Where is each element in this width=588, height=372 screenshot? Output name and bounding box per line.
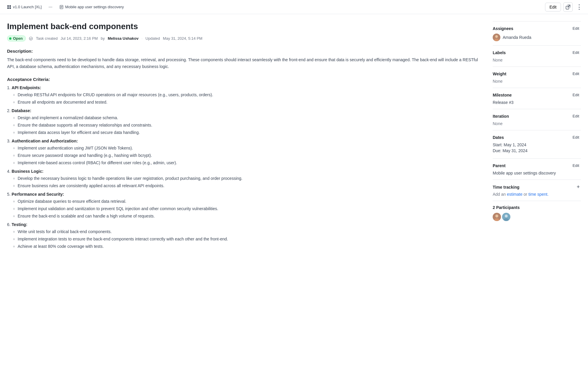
list-item: Develop the necessary business logic to … <box>13 175 483 182</box>
criteria-heading: Acceptance Criteria: <box>7 77 483 82</box>
svg-rect-0 <box>7 5 9 7</box>
iteration-label: Iteration <box>493 114 509 119</box>
meta-bar: Open Task created Jul 14, 2023, 2:16 PM … <box>7 35 483 41</box>
iteration-value: None <box>493 121 502 126</box>
criteria-list: 1. API Endpoints: Develop RESTful API en… <box>7 85 483 250</box>
parent-section: Parent Edit Mobile app user settings dis… <box>493 158 581 180</box>
weight-header: Weight Edit <box>493 71 581 77</box>
due-date: Due: May 31, 2024 <box>493 148 581 153</box>
iteration-section: Iteration Edit None <box>493 109 581 130</box>
assignee-row: Amanda Rueda <box>493 34 581 41</box>
meta-updated-prefix: Updated <box>146 36 160 41</box>
assignees-edit-button[interactable]: Edit <box>571 26 581 31</box>
meta-updated: May 31, 2024, 5:14 PM <box>163 36 202 41</box>
participants-heading: 2 Participants <box>493 205 581 210</box>
breadcrumb-more-button[interactable]: ··· <box>46 3 55 11</box>
list-item: Ensure the database supports all necessa… <box>13 122 483 128</box>
weight-edit-button[interactable]: Edit <box>571 71 581 77</box>
assignees-header: Assignees Edit <box>493 26 581 31</box>
time-tracking-header: Time tracking + <box>493 184 581 190</box>
list-item: Implement input validation and sanitizat… <box>13 206 483 212</box>
labels-value: None <box>493 58 502 62</box>
list-item: Ensure the back-end is scalable and can … <box>13 213 483 219</box>
status-dot <box>9 37 11 40</box>
time-spent-link[interactable]: time spent. <box>528 192 548 197</box>
list-item: Ensure all endpoints are documented and … <box>13 99 483 105</box>
board-icon <box>7 5 11 9</box>
estimate-link[interactable]: estimate <box>507 192 522 197</box>
breadcrumb-container: v1.0 Launch [XL] ··· Mobile app user set… <box>5 3 126 11</box>
criteria-sub-list-1: Develop RESTful API endpoints for CRUD o… <box>7 92 483 105</box>
criteria-sub-list-2: Design and implement a normalized databa… <box>7 115 483 136</box>
svg-rect-2 <box>7 7 9 9</box>
avatar <box>493 34 500 41</box>
criteria-sub-list-6: Write unit tests for all critical back-e… <box>7 229 483 250</box>
milestone-header: Milestone Edit <box>493 92 581 98</box>
assignees-label: Assignees <box>493 26 513 31</box>
criteria-item-3: 3. Authentication and Authorization: Imp… <box>7 139 483 166</box>
start-date: Start: May 1, 2024 <box>493 142 581 147</box>
weight-value: None <box>493 79 502 84</box>
labels-label: Labels <box>493 50 506 55</box>
more-options-button[interactable]: ⋮ <box>575 3 583 11</box>
list-item: Implement role-based access control (RBA… <box>13 160 483 166</box>
content-area: Implement back-end components Open Task … <box>7 21 483 253</box>
list-item: Develop RESTful API endpoints for CRUD o… <box>13 92 483 98</box>
list-item: Implement integration tests to ensure th… <box>13 236 483 242</box>
breadcrumb-v1-launch[interactable]: v1.0 Launch [XL] <box>5 4 44 10</box>
svg-point-9 <box>29 37 33 40</box>
top-bar: v1.0 Launch [XL] ··· Mobile app user set… <box>0 0 588 14</box>
svg-rect-1 <box>9 5 11 7</box>
participant-avatar-2 <box>502 213 510 221</box>
time-tracking-section: Time tracking + Add an estimate or time … <box>493 180 581 201</box>
breadcrumb-parent-task[interactable]: Mobile app user settings discovery <box>57 4 126 10</box>
criteria-sub-list-5: Optimize database queries to ensure effi… <box>7 198 483 219</box>
list-item: Achieve at least 80% code coverage with … <box>13 243 483 250</box>
criteria-item-1: 1. API Endpoints: Develop RESTful API en… <box>7 85 483 105</box>
list-item: Implement user authentication using JWT … <box>13 145 483 151</box>
milestone-label: Milestone <box>493 93 512 97</box>
milestone-section: Milestone Edit Release #3 <box>493 88 581 109</box>
open-new-window-button[interactable] <box>563 2 573 12</box>
milestone-edit-button[interactable]: Edit <box>571 92 581 98</box>
svg-rect-3 <box>9 7 11 9</box>
document-icon <box>59 5 64 9</box>
labels-section: Labels Edit None <box>493 45 581 67</box>
list-item: Ensure secure password storage and handl… <box>13 152 483 159</box>
milestone-value: Release #3 <box>493 100 514 105</box>
parent-edit-button[interactable]: Edit <box>571 163 581 168</box>
parent-header: Parent Edit <box>493 163 581 168</box>
task-icon <box>29 36 33 41</box>
edit-button[interactable]: Edit <box>545 3 561 11</box>
assignees-section: Assignees Edit Amanda Rueda <box>493 21 581 45</box>
status-label: Open <box>13 36 23 41</box>
list-item: Optimize database queries to ensure effi… <box>13 198 483 205</box>
dates-header: Dates Edit <box>493 134 581 140</box>
parent-value: Mobile app user settings discovery <box>493 171 556 175</box>
top-bar-actions: Edit ⋮ <box>545 2 583 12</box>
meta-by: by <box>101 36 105 41</box>
main-layout: Implement back-end components Open Task … <box>0 14 588 260</box>
criteria-item-4: 4. Business Logic: Develop the necessary… <box>7 169 483 189</box>
description-section: Description: The back-end components nee… <box>7 49 483 70</box>
list-item: Implement data access layer for efficien… <box>13 129 483 136</box>
time-tracking-add-button[interactable]: + <box>575 184 581 190</box>
participants-section: 2 Participants <box>493 201 581 225</box>
criteria-sub-list-3: Implement user authentication using JWT … <box>7 145 483 166</box>
description-text: The back-end components need to be devel… <box>7 57 483 70</box>
criteria-item-6: 6. Testing: Write unit tests for all cri… <box>7 222 483 250</box>
labels-edit-button[interactable]: Edit <box>571 50 581 55</box>
list-item: Design and implement a normalized databa… <box>13 115 483 121</box>
description-heading: Description: <box>7 49 483 54</box>
svg-point-17 <box>505 215 508 217</box>
criteria-item-2: 2. Database: Design and implement a norm… <box>7 108 483 136</box>
iteration-header: Iteration Edit <box>493 113 581 119</box>
time-tracking-text: Add an estimate or time spent. <box>493 192 549 197</box>
meta-date: Jul 14, 2023, 2:16 PM <box>61 36 98 41</box>
assignee-name: Amanda Rueda <box>503 35 531 40</box>
status-badge: Open <box>7 35 26 41</box>
dates-edit-button[interactable]: Edit <box>571 134 581 140</box>
weight-label: Weight <box>493 72 506 76</box>
iteration-edit-button[interactable]: Edit <box>571 113 581 119</box>
parent-label: Parent <box>493 163 506 168</box>
